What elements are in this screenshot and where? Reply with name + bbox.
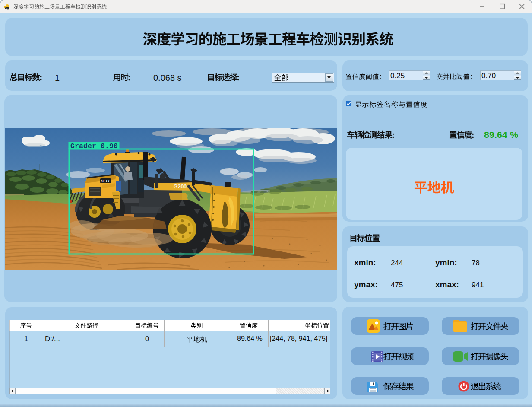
svg-text:G200: G200 <box>174 184 187 190</box>
svg-text:Grader 0.90: Grader 0.90 <box>70 142 118 150</box>
svg-text:BELL: BELL <box>101 179 110 183</box>
